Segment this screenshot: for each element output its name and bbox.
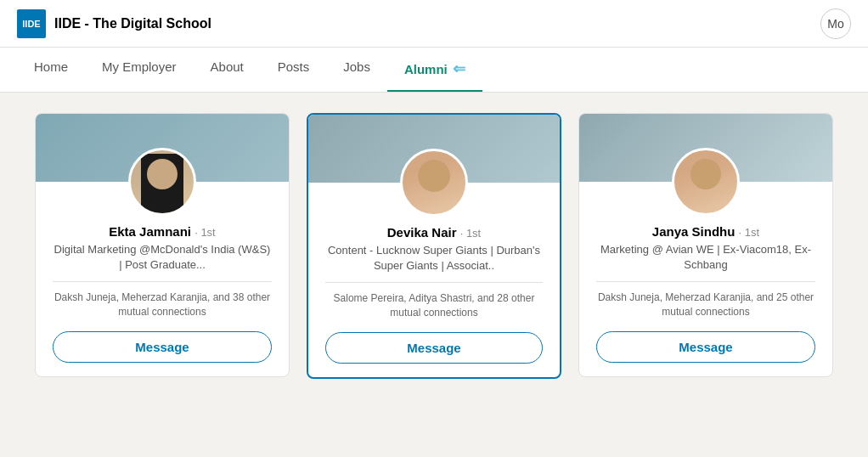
arrow-left-icon: ⇐ (453, 59, 465, 78)
connection-badge-devika: · 1st (460, 227, 482, 240)
message-button-janya[interactable]: Message (596, 331, 815, 363)
person-title-ekta: Digital Marketing @McDonald's India (W&S… (53, 242, 272, 273)
avatar-devika (400, 149, 468, 217)
person-name-devika: Devika Nair · 1st (325, 225, 543, 240)
person-title-janya: Marketing @ Avian WE | Ex-Viacom18, Ex-S… (596, 242, 815, 273)
card-body-ekta: Ekta Jamnani · 1st Digital Marketing @Mc… (36, 216, 289, 376)
divider-devika (325, 282, 543, 283)
mutual-janya: Daksh Juneja, Meherzad Karanjia, and 25 … (596, 291, 815, 319)
avatar-wrap-janya (672, 148, 740, 216)
tab-home[interactable]: Home (17, 48, 85, 92)
mutual-ekta: Daksh Juneja, Meherzad Karanjia, and 38 … (53, 291, 272, 319)
mutual-devika: Salome Pereira, Aditya Shastri, and 28 o… (325, 291, 543, 320)
alumni-card-ekta: Ekta Jamnani · 1st Digital Marketing @Mc… (35, 113, 290, 377)
person-title-devika: Content - Lucknow Super Giants | Durban'… (325, 243, 543, 274)
tab-jobs[interactable]: Jobs (326, 48, 387, 92)
card-body-janya: Janya Sindhu · 1st Marketing @ Avian WE … (579, 216, 832, 376)
more-label: Mo (827, 17, 843, 31)
tab-posts[interactable]: Posts (261, 48, 327, 92)
connection-badge-janya: · 1st (739, 226, 760, 239)
tab-my-employer[interactable]: My Employer (85, 48, 194, 92)
person-name-janya: Janya Sindhu · 1st (596, 224, 815, 239)
avatar-wrap-ekta (128, 148, 196, 216)
alumni-card-janya: Janya Sindhu · 1st Marketing @ Avian WE … (578, 113, 833, 377)
message-button-devika[interactable]: Message (325, 332, 543, 364)
person-name-ekta: Ekta Jamnani · 1st (53, 224, 272, 239)
divider-ekta (53, 281, 272, 282)
message-button-ekta[interactable]: Message (53, 331, 272, 363)
company-logo-icon: IIDE (17, 9, 46, 38)
connection-badge-ekta: · 1st (194, 226, 216, 239)
top-bar: IIDE IIDE - The Digital School Mo (0, 0, 868, 48)
avatar-janya (672, 148, 740, 216)
avatar-wrap-devika (400, 149, 468, 217)
tab-alumni[interactable]: Alumni ⇐ (387, 48, 482, 92)
nav-tabs: Home My Employer About Posts Jobs Alumni… (0, 48, 868, 93)
more-button[interactable]: Mo (820, 8, 851, 39)
logo-text: IIDE (22, 19, 40, 29)
alumni-section: Ekta Jamnani · 1st Digital Marketing @Mc… (0, 93, 868, 399)
avatar-ekta (128, 148, 196, 216)
card-body-devika: Devika Nair · 1st Content - Lucknow Supe… (308, 217, 560, 377)
divider-janya (596, 281, 815, 282)
alumni-label: Alumni (404, 62, 448, 76)
tab-about[interactable]: About (194, 48, 261, 92)
company-name: IIDE - The Digital School (54, 16, 211, 31)
logo-area: IIDE IIDE - The Digital School (17, 9, 211, 38)
alumni-card-devika: Devika Nair · 1st Content - Lucknow Supe… (307, 113, 561, 379)
